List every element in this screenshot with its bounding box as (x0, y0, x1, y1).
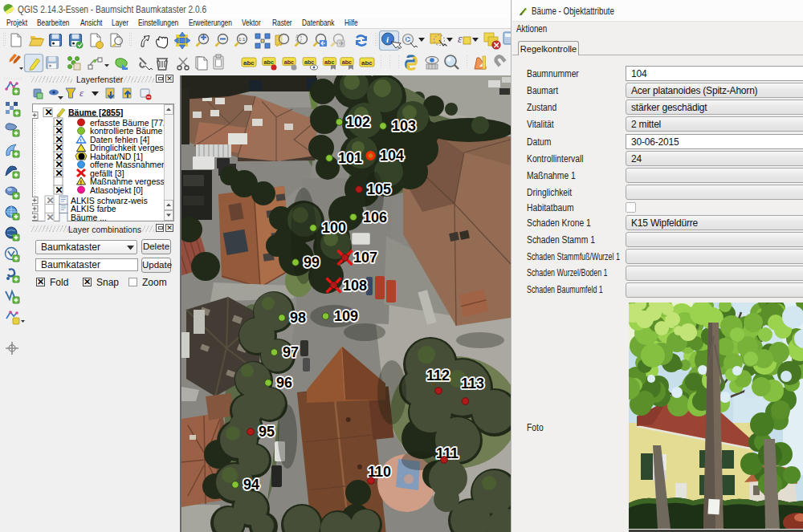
svg-text:95: 95 (259, 424, 275, 440)
svg-text:ε: ε (458, 33, 463, 45)
svg-text:✕: ✕ (55, 185, 63, 196)
svg-text:Atlasobjekt [0]: Atlasobjekt [0] (90, 185, 143, 195)
svg-text:113: 113 (461, 376, 484, 392)
svg-text:105: 105 (367, 181, 391, 197)
svg-text:!: ! (80, 179, 83, 186)
svg-text:94: 94 (243, 477, 259, 493)
svg-text:✕: ✕ (45, 107, 53, 118)
svg-text:1:1: 1:1 (238, 37, 246, 42)
svg-text:102: 102 (346, 114, 370, 130)
svg-text:112: 112 (426, 368, 450, 384)
svg-text:106: 106 (363, 209, 387, 225)
svg-text:100: 100 (322, 220, 346, 236)
svg-text:103: 103 (392, 118, 416, 134)
svg-text:Bäume ...: Bäume ... (71, 213, 107, 221)
svg-text:109: 109 (334, 308, 358, 324)
svg-text:99: 99 (304, 254, 320, 270)
svg-text:Bäume [2855]: Bäume [2855] (68, 108, 123, 117)
svg-text:ε: ε (79, 87, 84, 99)
svg-text:98: 98 (290, 310, 306, 326)
svg-text:✕: ✕ (47, 212, 55, 221)
svg-text:101: 101 (338, 150, 362, 166)
svg-text:108: 108 (343, 278, 367, 294)
svg-text:107: 107 (353, 250, 377, 266)
svg-text:104: 104 (380, 148, 404, 164)
svg-text:97: 97 (283, 344, 299, 360)
svg-text:96: 96 (276, 375, 292, 391)
svg-text:!: ! (79, 137, 82, 144)
